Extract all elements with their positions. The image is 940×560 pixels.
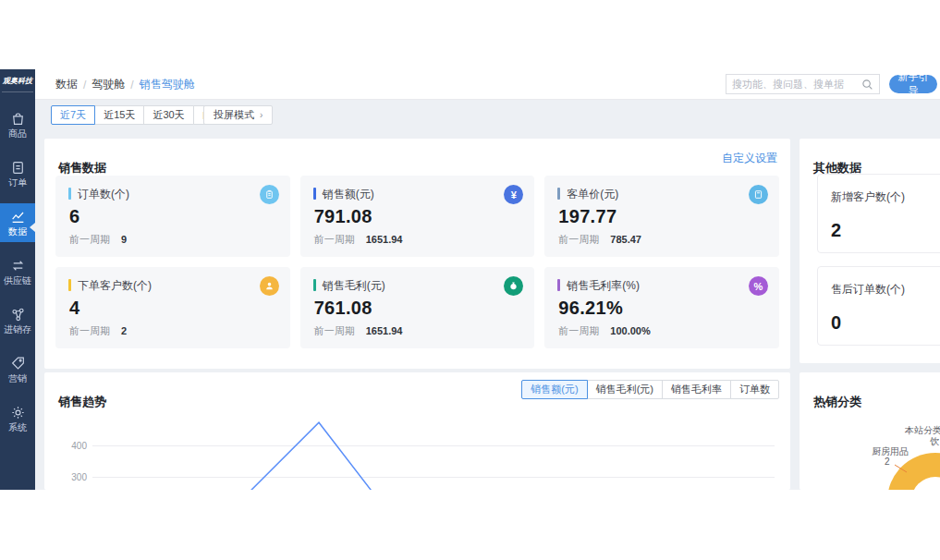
sidebar-item-label: 系统 bbox=[8, 422, 27, 432]
accent-bar bbox=[68, 279, 71, 291]
sidebar-item-label: 供应链 bbox=[4, 275, 31, 286]
percent-icon: % bbox=[749, 276, 768, 296]
sidebar-item-label: 商品 bbox=[8, 128, 27, 139]
data-chart-icon bbox=[10, 209, 26, 225]
pie-leader-lines bbox=[800, 372, 940, 490]
inventory-icon bbox=[10, 307, 26, 323]
accent-bar bbox=[313, 188, 316, 200]
system-gear-icon bbox=[10, 405, 26, 420]
accent-bar bbox=[557, 279, 560, 291]
sidebar-item-label: 进销存 bbox=[4, 324, 31, 335]
accent-bar bbox=[68, 188, 71, 200]
screenshot-canvas: 观奥科技 商品 订单 bbox=[0, 0, 940, 560]
tab-metric-sales-amount[interactable]: 销售额(元) bbox=[521, 380, 587, 399]
active-item-notch bbox=[30, 223, 35, 232]
stat-card-ordering-customers: 下单客户数(个) 4 前一周期2 bbox=[55, 267, 290, 348]
stat-card-aftersale-orders: 售后订单数(个) 0 bbox=[817, 266, 940, 346]
stat-card-grid: 订单数(个) 6 前一周期9 销售额(元) ¥ 791.08 bbox=[55, 176, 779, 348]
accent-bar bbox=[557, 188, 560, 200]
sidebar-item-label: 数据 bbox=[8, 226, 27, 237]
breadcrumb-sales-cockpit[interactable]: 销售驾驶舱 bbox=[140, 77, 195, 92]
sidebar: 观奥科技 商品 订单 bbox=[0, 69, 35, 490]
breadcrumb-cockpit[interactable]: 驾驶舱 bbox=[92, 77, 125, 92]
marketing-tag-icon bbox=[10, 356, 26, 371]
goods-bag-icon bbox=[10, 111, 26, 127]
person-icon bbox=[260, 276, 279, 296]
date-range-toolbar: 近7天 近15天 近30天 自定义日期 投屏模式 › bbox=[35, 100, 940, 139]
tab-last-7-days[interactable]: 近7天 bbox=[51, 105, 95, 125]
yen-icon: ¥ bbox=[504, 185, 523, 204]
sidebar-item-goods[interactable]: 商品 bbox=[0, 105, 35, 144]
sidebar-nav: 商品 订单 数据 bbox=[0, 105, 35, 448]
calculator-icon bbox=[749, 185, 768, 204]
stat-card-gross-margin: 销售毛利率(%) % 96.21% 前一周期100.00% bbox=[544, 267, 779, 348]
other-data-panel: 其他数据 新增客户数(个) 2 售后订单数(个) 0 bbox=[800, 139, 940, 363]
global-search bbox=[726, 74, 880, 94]
sidebar-item-supply-chain[interactable]: 供应链 bbox=[0, 252, 35, 291]
breadcrumb: 数据 / 驾驶舱 / 销售驾驶舱 bbox=[55, 69, 195, 100]
supply-chain-icon bbox=[10, 258, 26, 274]
search-icon[interactable] bbox=[861, 79, 873, 91]
order-doc-icon bbox=[10, 160, 26, 176]
sales-data-panel: 销售数据 自定义设置 订单数(个) 6 前一周期9 bbox=[44, 139, 790, 369]
topbar: 数据 / 驾驶舱 / 销售驾驶舱 新手引导 bbox=[35, 69, 940, 100]
stat-card-avg-order-value: 客单价(元) 197.77 前一周期785.47 bbox=[544, 176, 779, 257]
tab-last-15-days[interactable]: 近15天 bbox=[94, 105, 144, 125]
stat-card-new-customers: 新增客户数(个) 2 bbox=[817, 174, 940, 253]
moneybag-icon bbox=[504, 276, 523, 296]
search-input[interactable] bbox=[726, 79, 861, 90]
breadcrumb-separator: / bbox=[83, 79, 86, 91]
sidebar-item-inventory[interactable]: 进销存 bbox=[0, 301, 35, 340]
stat-card-gross-profit: 销售毛利(元) 761.08 前一周期1651.94 bbox=[300, 267, 535, 348]
stat-card-sales-amount: 销售额(元) ¥ 791.08 前一周期1651.94 bbox=[300, 176, 535, 257]
brand-logo: 观奥科技 bbox=[2, 69, 33, 92]
sales-trend-panel: 销售趋势 销售额(元) 销售毛利(元) 销售毛利率 订单数 400 300 bbox=[44, 372, 790, 490]
breadcrumb-data[interactable]: 数据 bbox=[55, 77, 78, 92]
breadcrumb-separator: / bbox=[130, 79, 133, 91]
sidebar-item-marketing[interactable]: 营销 bbox=[0, 350, 35, 389]
sales-data-title: 销售数据 bbox=[58, 160, 106, 177]
tab-last-30-days[interactable]: 近30天 bbox=[143, 105, 193, 125]
sidebar-item-orders[interactable]: 订单 bbox=[0, 154, 35, 193]
sidebar-item-label: 营销 bbox=[8, 373, 27, 383]
custom-settings-link[interactable]: 自定义设置 bbox=[722, 151, 777, 166]
screen-cast-mode-button[interactable]: 投屏模式 › bbox=[203, 105, 273, 125]
clipboard-icon bbox=[260, 185, 279, 204]
trend-line-chart bbox=[44, 372, 790, 490]
trend-polyline bbox=[92, 422, 772, 490]
hot-categories-panel: 热销分类 本站分类 饮 厨房用品 2 bbox=[800, 372, 940, 490]
chevron-right-icon: › bbox=[260, 110, 262, 120]
stat-card-order-count: 订单数(个) 6 前一周期9 bbox=[55, 176, 290, 257]
newbie-guide-button[interactable]: 新手引导 bbox=[889, 75, 937, 93]
sidebar-item-system[interactable]: 系统 bbox=[0, 399, 35, 438]
app-window: 观奥科技 商品 订单 bbox=[0, 69, 940, 490]
accent-bar bbox=[313, 279, 316, 291]
sidebar-item-label: 订单 bbox=[8, 177, 27, 188]
